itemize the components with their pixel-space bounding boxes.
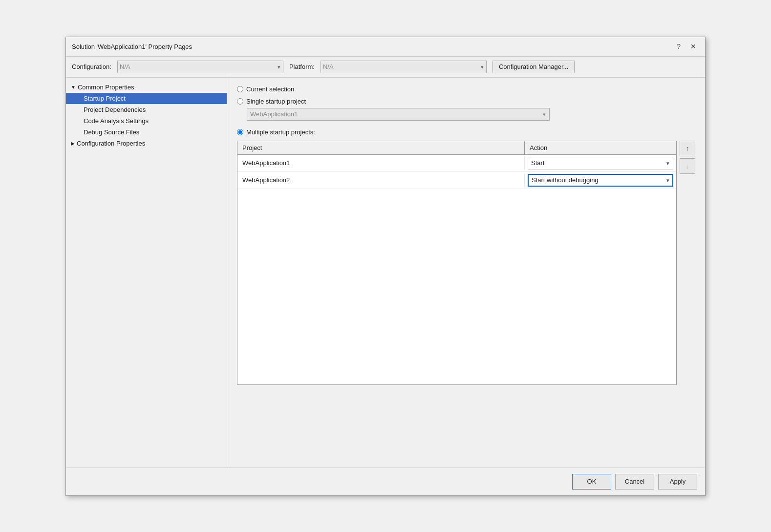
sidebar-item-label: Startup Project — [84, 95, 126, 102]
table-buttons: ↑ ↓ — [680, 141, 695, 174]
move-up-button[interactable]: ↑ — [680, 141, 695, 156]
configuration-select[interactable]: N/A — [117, 61, 283, 73]
move-down-button[interactable]: ↓ — [680, 158, 695, 174]
title-bar: Solution 'WebApplication1' Property Page… — [66, 37, 705, 57]
current-selection-radio[interactable] — [237, 86, 243, 92]
table-header: Project Action — [237, 141, 676, 155]
action-select-wrapper-1: None Start Start without debugging — [528, 157, 673, 170]
platform-select-wrapper: N/A — [321, 61, 487, 73]
project-cell: WebApplication2 — [237, 173, 525, 187]
platform-label: Platform: — [289, 63, 315, 70]
table-row: WebApplication1 None Start Start without… — [237, 155, 676, 172]
col-action-header: Action — [525, 141, 676, 154]
action-select-1[interactable]: None Start Start without debugging — [528, 157, 673, 170]
projects-table: Project Action WebApplication1 None Star… — [237, 141, 677, 385]
col-project-header: Project — [237, 141, 525, 154]
sidebar-group-label-config: Configuration Properties — [77, 140, 145, 147]
multiple-startup-label[interactable]: Multiple startup projects: — [246, 128, 315, 136]
main-content: ▼ Common Properties Startup Project Proj… — [66, 78, 705, 468]
content-panel: Current selection Single startup project… — [227, 78, 705, 468]
help-button[interactable]: ? — [674, 42, 684, 51]
sidebar-item-debug-source-files[interactable]: Debug Source Files — [66, 127, 227, 138]
title-bar-controls: ? ✕ — [674, 42, 699, 51]
sidebar-group-common-properties[interactable]: ▼ Common Properties — [66, 82, 227, 93]
common-properties-arrow-icon: ▼ — [71, 85, 76, 90]
config-manager-button[interactable]: Configuration Manager... — [493, 61, 575, 73]
sidebar: ▼ Common Properties Startup Project Proj… — [66, 78, 227, 468]
sidebar-item-label: Debug Source Files — [84, 128, 139, 136]
project-cell: WebApplication1 — [237, 156, 525, 170]
action-select-2[interactable]: None Start Start without debugging — [528, 174, 673, 187]
config-properties-arrow-icon: ▶ — [71, 141, 75, 146]
ok-button[interactable]: OK — [572, 474, 611, 489]
configuration-select-wrapper: N/A — [117, 61, 283, 73]
sidebar-item-label: Code Analysis Settings — [84, 117, 149, 125]
sidebar-group-configuration-properties[interactable]: ▶ Configuration Properties — [66, 138, 227, 149]
single-startup-label[interactable]: Single startup project — [246, 98, 306, 105]
sidebar-item-code-analysis-settings[interactable]: Code Analysis Settings — [66, 115, 227, 127]
action-cell: None Start Start without debugging — [525, 172, 676, 189]
multiple-startup-row: Multiple startup projects: — [237, 128, 695, 136]
current-selection-label[interactable]: Current selection — [246, 85, 294, 93]
single-startup-radio[interactable] — [237, 98, 243, 105]
dialog-title: Solution 'WebApplication1' Property Page… — [72, 43, 192, 50]
single-project-select-wrapper: WebApplication1 — [247, 108, 550, 121]
cancel-button[interactable]: Cancel — [615, 474, 654, 489]
configuration-label: Configuration: — [72, 63, 111, 70]
close-button[interactable]: ✕ — [687, 42, 699, 51]
dialog: Solution 'WebApplication1' Property Page… — [65, 37, 706, 496]
sidebar-item-startup-project[interactable]: Startup Project — [66, 93, 227, 104]
config-bar: Configuration: N/A Platform: N/A Configu… — [66, 57, 705, 78]
footer: OK Cancel Apply — [66, 468, 705, 495]
sidebar-item-label: Project Dependencies — [84, 106, 146, 113]
current-selection-row: Current selection — [237, 85, 695, 93]
single-project-select[interactable]: WebApplication1 — [247, 108, 550, 121]
table-row: WebApplication2 None Start Start without… — [237, 172, 676, 189]
action-cell: None Start Start without debugging — [525, 155, 676, 171]
sidebar-item-project-dependencies[interactable]: Project Dependencies — [66, 104, 227, 115]
platform-select[interactable]: N/A — [321, 61, 487, 73]
action-select-wrapper-2: None Start Start without debugging — [528, 174, 673, 187]
projects-table-container: Project Action WebApplication1 None Star… — [237, 141, 695, 385]
sidebar-group-label-common: Common Properties — [78, 84, 134, 91]
apply-button[interactable]: Apply — [658, 474, 697, 489]
multiple-startup-radio[interactable] — [237, 129, 243, 135]
single-startup-row: Single startup project — [237, 98, 695, 105]
